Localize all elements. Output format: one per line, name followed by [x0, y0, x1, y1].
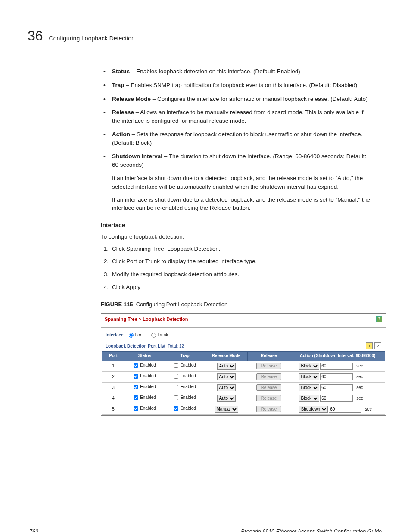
table-row: 5 Enabled EnabledManualReleaseShutdown s… — [102, 404, 385, 414]
pager-page-2[interactable]: 2 — [374, 342, 381, 349]
enabled-label: Enabled — [180, 384, 196, 390]
trap-checkbox[interactable] — [174, 374, 178, 379]
steps-list: Click Spanning Tree, Loopback Detection.… — [101, 245, 371, 291]
interface-label: Interface — [106, 332, 124, 339]
release-mode-select[interactable]: Manual — [215, 406, 238, 413]
sec-label: sec — [356, 396, 363, 401]
action-select[interactable]: Block — [299, 384, 319, 391]
action-select[interactable]: Block — [299, 373, 319, 380]
action-select[interactable]: Shutdown — [299, 406, 328, 413]
cell-action: Block sec — [290, 371, 385, 382]
interface-selector: Interface Port Trunk — [101, 328, 386, 340]
cell-port: 4 — [102, 393, 125, 404]
figure-label: FIGURE 115 — [101, 301, 133, 308]
interval-input[interactable] — [320, 395, 353, 402]
term-desc: – Allows an interface to be manually rel… — [112, 109, 364, 124]
release-mode-select[interactable]: Auto — [217, 384, 236, 391]
list-item: Action – Sets the response for loopback … — [101, 130, 371, 147]
list-total-label: Total: — [168, 344, 178, 348]
action-select[interactable]: Block — [299, 395, 319, 402]
release-button[interactable]: Release — [256, 406, 282, 412]
list-header: Loopback Detection Port List Total: 12 1… — [101, 340, 386, 351]
col-trap: Trap — [165, 352, 205, 361]
release-mode-select[interactable]: Auto — [217, 363, 236, 370]
page-number: 762 — [29, 528, 38, 532]
cell-release: Release — [248, 371, 290, 382]
release-mode-select[interactable]: Auto — [217, 395, 236, 402]
parameter-list: Status – Enables loopback detection on t… — [101, 67, 371, 169]
enabled-label: Enabled — [140, 395, 156, 401]
enabled-label: Enabled — [180, 373, 196, 380]
col-release-mode: Release Mode — [205, 352, 248, 361]
radio-trunk-input[interactable] — [151, 333, 156, 338]
subheading-interface: Interface — [101, 221, 371, 230]
help-icon[interactable]: ? — [376, 316, 382, 322]
enabled-label: Enabled — [180, 405, 196, 412]
step-item: Click Apply — [110, 283, 371, 292]
note-paragraph: If an interface is shut down due to a de… — [112, 174, 371, 191]
cell-trap: Enabled — [165, 382, 205, 393]
breadcrumb: Spanning Tree > Loopback Detection — [105, 316, 188, 323]
page-header: 36 Configuring Loopback Detection — [28, 26, 383, 46]
figure-caption: FIGURE 115 Configuring Port Loopback Det… — [101, 301, 371, 309]
cell-trap: Enabled — [165, 404, 205, 414]
cell-trap: Enabled — [165, 361, 205, 371]
intro-text: To configure loopback detection: — [101, 233, 371, 241]
cell-action: Block sec — [290, 393, 385, 404]
list-item: Shutdown Interval – The duration to shut… — [101, 152, 371, 169]
table-row: 2 Enabled EnabledAutoReleaseBlock sec — [102, 371, 385, 382]
table-row: 3 Enabled EnabledAutoReleaseBlock sec — [102, 382, 385, 393]
radio-port-label: Port — [135, 332, 143, 339]
doc-title: Brocade 6910 Ethernet Access Switch Conf… — [241, 529, 382, 532]
radio-trunk[interactable]: Trunk — [151, 332, 168, 339]
status-checkbox[interactable] — [134, 385, 138, 389]
cell-release: Release — [248, 404, 290, 414]
status-checkbox[interactable] — [134, 395, 138, 400]
release-button[interactable]: Release — [256, 373, 282, 380]
table-header-row: Port Status Trap Release Mode Release Ac… — [102, 352, 385, 361]
list-item: Trap – Enables SNMP trap notification fo… — [101, 81, 371, 90]
term: Status — [112, 68, 130, 75]
step-item: Modify the required loopback detection a… — [110, 270, 371, 279]
trap-checkbox[interactable] — [174, 406, 178, 411]
cell-port: 1 — [102, 361, 125, 371]
release-button[interactable]: Release — [256, 384, 282, 391]
pager-page-1[interactable]: 1 — [366, 342, 373, 349]
cell-release-mode: Auto — [205, 393, 248, 404]
interval-input[interactable] — [320, 384, 353, 391]
sec-label: sec — [356, 364, 363, 368]
figure-title: Configuring Port Loopback Detection — [136, 301, 227, 308]
status-checkbox[interactable] — [134, 374, 138, 379]
release-button[interactable]: Release — [256, 395, 282, 401]
release-mode-select[interactable]: Auto — [217, 373, 236, 380]
sec-label: sec — [356, 385, 363, 390]
step-item: Click Spanning Tree, Loopback Detection. — [110, 245, 371, 253]
interval-input[interactable] — [329, 406, 361, 413]
term-desc: – Enables SNMP trap notification for loo… — [125, 82, 358, 88]
ui-breadcrumb-bar: Spanning Tree > Loopback Detection ? — [101, 314, 386, 328]
page-footer: 762 Brocade 6910 Ethernet Access Switch … — [28, 528, 383, 532]
interval-input[interactable] — [320, 363, 353, 370]
ui-panel: Spanning Tree > Loopback Detection ? Int… — [101, 313, 386, 416]
radio-port-input[interactable] — [129, 333, 134, 338]
cell-status: Enabled — [125, 393, 165, 404]
status-checkbox[interactable] — [134, 406, 138, 411]
trap-checkbox[interactable] — [174, 385, 178, 389]
cell-trap: Enabled — [165, 393, 205, 404]
status-checkbox[interactable] — [134, 363, 138, 368]
enabled-label: Enabled — [140, 384, 156, 390]
note-paragraph: If an interface is shut down due to a de… — [112, 196, 371, 212]
cell-status: Enabled — [125, 361, 165, 371]
release-button[interactable]: Release — [256, 363, 282, 369]
interval-input[interactable] — [320, 373, 353, 380]
action-select[interactable]: Block — [299, 363, 319, 370]
trap-checkbox[interactable] — [174, 395, 178, 400]
port-table: Port Status Trap Release Mode Release Ac… — [102, 351, 385, 415]
pager: 1 2 — [366, 342, 381, 349]
cell-port: 2 — [102, 371, 125, 382]
radio-port[interactable]: Port — [129, 332, 143, 339]
enabled-label: Enabled — [180, 395, 196, 401]
col-release: Release — [248, 352, 290, 361]
trap-checkbox[interactable] — [174, 363, 178, 368]
enabled-label: Enabled — [140, 405, 156, 412]
